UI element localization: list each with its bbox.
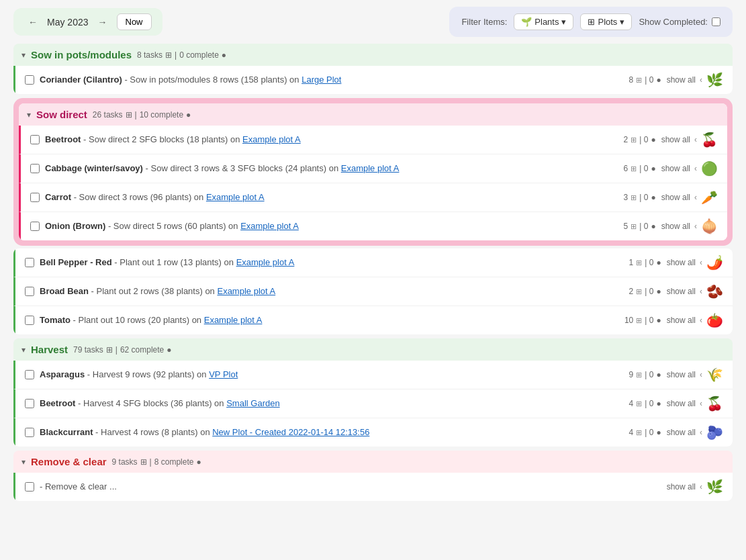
filter-bar: Filter Items: 🌱 Plants ▾ ⊞ Plots ▾ Show … — [449, 7, 733, 37]
show-all-button-asparagus[interactable]: show all — [667, 370, 696, 379]
dot-icon: ● — [651, 164, 655, 173]
task-checkbox-carrot[interactable] — [30, 193, 40, 202]
task-actions-beetroot-h: show all ‹ 🍒 — [667, 395, 723, 412]
plant-emoji: 🟢 — [701, 160, 718, 177]
show-all-button-beetroot[interactable]: show all — [661, 135, 690, 144]
section-meta-harvest: 79 tasks ⊞ | 62 complete ● — [73, 345, 171, 355]
table-row: Tomato - Plant out 10 rows (20 plants) o… — [13, 306, 733, 334]
plant-emoji: 🌿 — [706, 479, 723, 495]
table-row: Onion (Brown) - Sow direct 5 rows (60 pl… — [19, 212, 727, 240]
expand-icon[interactable]: ‹ — [700, 399, 702, 408]
task-checkbox-bean[interactable] — [25, 287, 34, 296]
expand-icon[interactable]: ‹ — [700, 316, 702, 325]
plot-link-asparagus[interactable]: VP Plot — [209, 369, 238, 379]
task-checkbox-tomato[interactable] — [25, 316, 34, 325]
table-row: Blackcurrant - Harvest 4 rows (8 plants)… — [13, 418, 733, 447]
header-bar: ← May 2023 → Now Filter Items: 🌱 Plants … — [0, 0, 746, 44]
plant-emoji: 🍒 — [701, 132, 718, 148]
plant-emoji: 🫘 — [706, 283, 723, 299]
chevron-icon-sow-direct: ▾ — [27, 110, 31, 120]
task-checkbox-blackcurrant[interactable] — [25, 428, 34, 437]
expand-icon[interactable]: ‹ — [700, 428, 702, 437]
task-text-pepper: Bell Pepper - Red - Plant out 1 row (13 … — [40, 256, 620, 269]
plant-emoji: 🥕 — [701, 189, 718, 205]
sow-direct-inner: ▾ Sow direct 26 tasks ⊞ | 10 complete ● — [19, 103, 727, 240]
task-counts-cabbage: 6 ⊞ | 0 ● — [624, 164, 656, 173]
show-all-button-blackcurrant[interactable]: show all — [667, 428, 696, 437]
task-actions-asparagus: show all ‹ 🌾 — [667, 367, 723, 383]
task-counts-asparagus: 9 ⊞ | 0 ● — [629, 370, 661, 379]
next-month-button[interactable]: → — [94, 15, 111, 29]
plot-link-bean[interactable]: Example plot A — [217, 286, 275, 296]
plot-link-pepper[interactable]: Example plot A — [236, 257, 295, 267]
task-counts-beetroot: 2 ⊞ | 0 ● — [624, 135, 656, 144]
tasks-plant-out: Bell Pepper - Red - Plant out 1 row (13 … — [13, 248, 733, 334]
show-all-button-beetroot-h[interactable]: show all — [667, 399, 696, 408]
show-all-button-onion[interactable]: show all — [661, 222, 690, 231]
section-header-harvest[interactable]: ▾ Harvest 79 tasks ⊞ | 62 complete ● — [13, 338, 733, 361]
dot-icon: ● — [651, 135, 655, 144]
show-all-button-bean[interactable]: show all — [667, 287, 696, 296]
now-button[interactable]: Now — [117, 13, 152, 30]
section-title-sow-pots: Sow in pots/modules — [31, 49, 132, 60]
expand-icon[interactable]: ‹ — [700, 287, 702, 296]
plot-link-beetroot[interactable]: Example plot A — [242, 134, 301, 144]
expand-icon[interactable]: ‹ — [700, 370, 702, 379]
section-title-sow-direct: Sow direct — [36, 109, 87, 120]
task-checkbox[interactable] — [25, 75, 34, 85]
plot-link-onion[interactable]: Example plot A — [240, 221, 299, 231]
task-checkbox-beetroot[interactable] — [30, 135, 40, 144]
plot-link-tomato[interactable]: Example plot A — [204, 315, 263, 325]
plants-filter[interactable]: 🌱 Plants ▾ — [514, 13, 573, 30]
complete-icon-sd: ● — [186, 110, 191, 120]
expand-icon[interactable]: ‹ — [700, 258, 702, 267]
show-all-button-carrot[interactable]: show all — [661, 193, 690, 202]
section-header-sow-direct[interactable]: ▾ Sow direct 26 tasks ⊞ | 10 complete ● — [19, 103, 727, 126]
plot-link-cabbage[interactable]: Example plot A — [341, 163, 400, 173]
section-header-sow-pots[interactable]: ▾ Sow in pots/modules 8 tasks ⊞ | 0 comp… — [13, 44, 733, 66]
expand-icon[interactable]: ‹ — [694, 135, 697, 144]
task-counts-carrot: 3 ⊞ | 0 ● — [624, 193, 656, 202]
show-all-button[interactable]: show all — [667, 75, 696, 85]
expand-icon[interactable]: ‹ — [694, 222, 697, 231]
chevron-down-icon-2: ▾ — [620, 17, 624, 27]
show-completed-checkbox[interactable] — [712, 17, 720, 26]
section-header-remove[interactable]: ▾ Remove & clear 9 tasks ⊞ | 8 complete … — [13, 451, 733, 473]
show-all-button-pepper[interactable]: show all — [667, 258, 696, 267]
table-row: Asparagus - Harvest 9 rows (92 plants) o… — [13, 361, 733, 389]
show-all-button-tomato[interactable]: show all — [667, 316, 696, 325]
expand-icon[interactable]: ‹ — [694, 193, 697, 202]
task-checkbox-asparagus[interactable] — [25, 370, 34, 379]
task-counts-onion: 5 ⊞ | 0 ● — [624, 222, 656, 231]
plot-link-carrot[interactable]: Example plot A — [206, 192, 265, 202]
table-row: Beetroot - Sow direct 2 SFG blocks (18 p… — [19, 126, 727, 154]
task-checkbox-pepper[interactable] — [25, 258, 34, 267]
show-all-button-cabbage[interactable]: show all — [661, 164, 690, 173]
tasks-icon: ⊞ — [165, 50, 172, 60]
task-actions-pepper: show all ‹ 🌶️ — [667, 254, 723, 271]
plant-emoji: 🌿 — [706, 72, 723, 88]
section-meta-sow-pots: 8 tasks ⊞ | 0 complete ● — [137, 50, 226, 60]
plant-emoji: 🌾 — [706, 367, 723, 383]
task-counts-bean: 2 ⊞ | 0 ● — [629, 287, 661, 296]
expand-icon[interactable]: ‹ — [700, 75, 702, 85]
table-row: Broad Bean - Plant out 2 rows (38 plants… — [13, 277, 733, 306]
section-harvest: ▾ Harvest 79 tasks ⊞ | 62 complete ● Asp… — [13, 338, 733, 447]
show-all-button-remove[interactable]: show all — [667, 482, 696, 492]
task-counts-beetroot-h: 4 ⊞ | 0 ● — [629, 399, 661, 408]
task-checkbox-beetroot-h[interactable] — [25, 399, 34, 408]
main-content: ▾ Sow in pots/modules 8 tasks ⊞ | 0 comp… — [0, 44, 746, 518]
plant-emoji: 🫐 — [706, 424, 723, 440]
task-checkbox-cabbage[interactable] — [30, 164, 40, 173]
task-text-onion: Onion (Brown) - Sow direct 5 rows (60 pl… — [45, 220, 614, 232]
plots-filter[interactable]: ⊞ Plots ▾ — [580, 13, 632, 30]
chevron-icon-remove: ▾ — [21, 457, 26, 467]
plot-link-blackcurrant[interactable]: New Plot - Created 2022-01-14 12:13:56 — [212, 427, 369, 437]
plot-link[interactable]: Large Plot — [301, 75, 341, 85]
expand-icon[interactable]: ‹ — [700, 482, 702, 492]
expand-icon[interactable]: ‹ — [694, 164, 697, 173]
task-checkbox-remove[interactable] — [25, 482, 34, 492]
plot-link-beetroot-h[interactable]: Small Garden — [226, 398, 279, 408]
task-checkbox-onion[interactable] — [30, 222, 40, 231]
prev-month-button[interactable]: ← — [24, 15, 42, 29]
